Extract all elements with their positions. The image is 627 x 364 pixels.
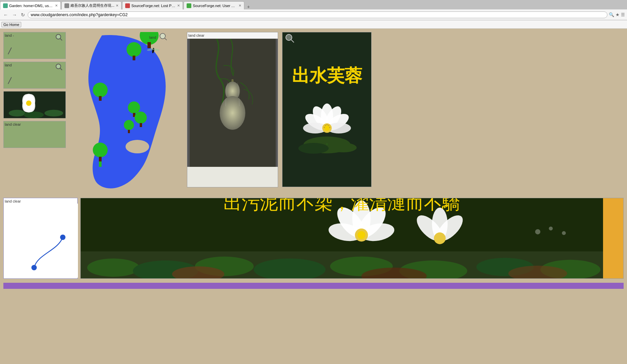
svg-point-88 — [434, 233, 446, 244]
svg-point-25 — [135, 112, 147, 124]
svg-point-27 — [124, 120, 134, 130]
svg-point-8 — [24, 112, 44, 118]
magnifier-icon-2 — [55, 63, 63, 72]
svg-point-57 — [328, 125, 329, 126]
svg-line-34 — [165, 38, 167, 40]
svg-point-89 — [535, 229, 540, 234]
right-panel-inner: 出水芙蓉 — [282, 32, 371, 187]
sidebar: land - land — [3, 32, 78, 148]
tab-bar: Garden: home=DM1, use... ✕ 維吾尔族人在昆明生存現..… — [0, 0, 627, 9]
svg-rect-62 — [4, 204, 78, 278]
right-panel-title: 出水芙蓉 — [292, 64, 362, 88]
tab-2[interactable]: 維吾尔族人在昆明生存現... ✕ — [61, 1, 121, 9]
center-panel: land clear — [187, 32, 278, 187]
svg-text:land: land — [149, 35, 156, 39]
tab-1-title: Garden: home=DM1, use... — [9, 4, 54, 8]
svg-point-3 — [56, 64, 61, 69]
menu-icon[interactable]: ☰ — [621, 12, 625, 17]
svg-rect-18 — [147, 42, 151, 48]
sidebar-label-4: land clear — [4, 121, 65, 127]
reload-button[interactable]: ↻ — [20, 11, 26, 18]
lotus-panorama-svg: 出污泥而不染，濯清漣而不驕 — [81, 198, 603, 278]
svg-point-84 — [357, 231, 365, 239]
sidebar-item-1[interactable]: land - — [3, 32, 66, 59]
svg-line-2 — [8, 48, 11, 54]
tab-3-favicon — [125, 3, 130, 8]
magnifier-icon-1 — [55, 34, 63, 42]
right-panel-magnifier — [285, 34, 295, 45]
tab-4-title: SourceForge.net: User Ac... — [193, 4, 237, 8]
svg-rect-26 — [140, 123, 142, 127]
tab-2-close[interactable]: ✕ — [116, 4, 118, 7]
forward-button[interactable]: → — [11, 11, 18, 18]
svg-point-90 — [549, 226, 553, 231]
svg-point-46 — [330, 143, 357, 152]
search-icon[interactable]: 🔍 — [609, 12, 614, 17]
bottom-strip — [3, 283, 624, 289]
tab-2-favicon — [64, 3, 69, 8]
lotus-panorama-container: 出污泥而不染，濯清漣而不驕 — [80, 198, 624, 279]
svg-point-23 — [128, 101, 140, 114]
svg-point-7 — [9, 110, 25, 117]
svg-point-9 — [45, 110, 63, 117]
svg-point-33 — [160, 33, 165, 39]
sidebar-label-2: land — [5, 63, 12, 67]
curve-svg — [4, 204, 78, 278]
svg-rect-31 — [99, 157, 102, 161]
svg-point-29 — [93, 143, 108, 157]
center-photo — [187, 39, 278, 167]
sidebar-item-4[interactable]: land clear — [3, 121, 66, 148]
right-accent-bar — [603, 198, 623, 278]
svg-point-41 — [220, 96, 245, 130]
curve-panel: land clear — [3, 198, 78, 279]
svg-point-0 — [56, 34, 61, 39]
browser-chrome: Garden: home=DM1, use... ✕ 維吾尔族人在昆明生存現..… — [0, 0, 627, 29]
svg-point-60 — [329, 127, 330, 128]
new-tab-button[interactable]: + — [245, 4, 252, 9]
sidebar-label-1: land - — [5, 33, 14, 37]
center-panel-footer — [187, 167, 278, 187]
tab-1-favicon — [3, 3, 8, 8]
main-content: land - land — [0, 29, 627, 292]
svg-point-45 — [298, 143, 329, 154]
sidebar-item-2[interactable]: land — [3, 62, 66, 89]
svg-point-19 — [127, 42, 141, 57]
browser-actions: 🔍 ★ ☰ — [609, 12, 625, 17]
star-icon[interactable]: ★ — [616, 12, 620, 17]
svg-point-21 — [93, 83, 108, 97]
tab-4-close[interactable]: ✕ — [239, 4, 241, 7]
pencil-icon-1 — [6, 46, 17, 56]
svg-point-67 — [87, 259, 139, 277]
svg-point-56 — [325, 125, 326, 126]
svg-point-58 — [326, 124, 328, 125]
bottom-section: land clear — [3, 198, 624, 279]
sidebar-item-3[interactable] — [3, 91, 66, 118]
lotus-svg — [293, 91, 361, 155]
address-bar: ← → ↻ 🔍 ★ ☰ — [0, 9, 627, 20]
tab-3-close[interactable]: ✕ — [177, 4, 180, 7]
garden-map: land — [82, 32, 183, 194]
garden-map-svg: land — [82, 32, 180, 194]
svg-line-5 — [8, 77, 11, 84]
svg-point-59 — [324, 127, 325, 128]
center-panel-label: land clear — [187, 32, 278, 39]
svg-point-55 — [324, 125, 330, 131]
back-button[interactable]: ← — [2, 11, 9, 18]
go-home-bar: Go Home — [0, 20, 627, 29]
right-panel: 出水芙蓉 — [282, 32, 372, 187]
svg-line-4 — [60, 68, 62, 70]
tab-3[interactable]: SourceForge.net: Lost Pas... ✕ — [122, 1, 183, 9]
url-input[interactable] — [28, 11, 607, 18]
svg-point-64 — [60, 235, 65, 240]
gourd-svg — [190, 39, 276, 167]
tab-2-title: 維吾尔族人在昆明生存現... — [71, 3, 114, 8]
go-home-button[interactable]: Go Home — [1, 22, 21, 27]
tab-1[interactable]: Garden: home=DM1, use... ✕ — [0, 1, 61, 9]
lotus-panorama: 出污泥而不染，濯清漣而不驕 — [81, 198, 603, 278]
lotus-thumb-svg — [4, 91, 65, 118]
tab-1-close[interactable]: ✕ — [55, 4, 58, 7]
svg-rect-28 — [128, 130, 130, 133]
tab-4[interactable]: SourceForge.net: User Ac... ✕ — [184, 1, 244, 9]
svg-rect-22 — [99, 96, 102, 101]
svg-point-91 — [562, 231, 566, 235]
